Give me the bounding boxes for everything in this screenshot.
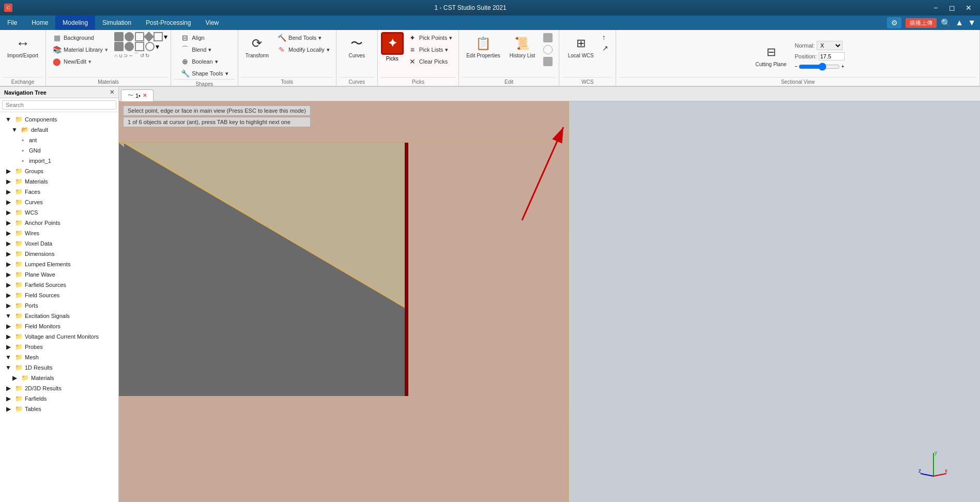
tree-item-gnd[interactable]: ▪ GNd bbox=[0, 145, 118, 156]
tree-item-voxel[interactable]: ▶ 📁 Voxel Data bbox=[0, 238, 118, 249]
tree-item-materials[interactable]: ▶ 📁 Materials bbox=[0, 176, 118, 187]
shape2-btn-4[interactable] bbox=[145, 42, 155, 51]
shape-btn-1[interactable] bbox=[114, 32, 124, 41]
shape3-btn-3[interactable]: ⊃ bbox=[124, 53, 128, 58]
shape2-more-btn[interactable]: ▾ bbox=[156, 42, 159, 51]
tree-item-voltage-monitors[interactable]: ▶ 📁 Voltage and Current Monitors bbox=[0, 331, 118, 342]
new-edit-button[interactable]: ⬤ New/Edit ▾ bbox=[49, 56, 111, 67]
slider-plus[interactable]: + bbox=[841, 64, 844, 69]
tree-item-curves[interactable]: ▶ 📁 Curves bbox=[0, 197, 118, 207]
tree-item-dimensions[interactable]: ▶ 📁 Dimensions bbox=[0, 249, 118, 259]
bend-tools-button[interactable]: 🔨 Bend Tools ▾ bbox=[274, 32, 333, 43]
tree-item-field-sources[interactable]: ▶ 📁 Field Sources bbox=[0, 290, 118, 300]
close-button[interactable]: ✕ bbox=[961, 3, 976, 13]
tab-close-icon[interactable]: ✕ bbox=[143, 93, 147, 98]
tree-item-mesh[interactable]: ▼ 📁 Mesh bbox=[0, 352, 118, 362]
position-slider[interactable] bbox=[799, 63, 840, 71]
search-icon[interactable]: 🔍 bbox=[941, 18, 951, 28]
canvas-3d[interactable]: Select point, edge or face in main view … bbox=[119, 101, 980, 502]
svg-rect-8 bbox=[405, 143, 408, 396]
tree-item-groups[interactable]: ▶ 📁 Groups bbox=[0, 166, 118, 176]
tree-item-materials-sub[interactable]: ▶ 📁 Materials bbox=[0, 373, 118, 383]
materials-content: ▦ Background 📚 Material Library ▾ ⬤ New/… bbox=[49, 32, 167, 77]
shape-more-btn[interactable]: ▾ bbox=[164, 33, 167, 41]
default-expand-icon: ▼ bbox=[10, 126, 19, 134]
shape-btn-3[interactable] bbox=[135, 32, 144, 41]
shape-tools-button[interactable]: 🔧 Shape Tools ▾ bbox=[177, 68, 231, 79]
restore-button[interactable]: ◻ bbox=[945, 3, 959, 13]
edit-extra-btn1[interactable] bbox=[540, 32, 556, 43]
local-wcs-button[interactable]: ⊞ Local WCS bbox=[564, 32, 598, 62]
minimize-button[interactable]: − bbox=[928, 3, 943, 13]
title-bar-controls[interactable]: − ◻ ✕ bbox=[928, 3, 976, 13]
shape2-btn-2[interactable] bbox=[125, 42, 134, 51]
up-icon[interactable]: ▲ bbox=[955, 18, 963, 27]
shape2-btn-3[interactable] bbox=[135, 42, 144, 51]
pick-lists-button[interactable]: ≡ Pick Lists ▾ bbox=[405, 44, 455, 55]
menu-file[interactable]: File bbox=[0, 16, 24, 30]
import-export-button[interactable]: ↔ Import/Export bbox=[3, 32, 42, 62]
blend-button[interactable]: ⌒ Blend ▾ bbox=[177, 44, 231, 55]
tree-item-excitation[interactable]: ▼ 📁 Excitation Signals bbox=[0, 311, 118, 321]
wcs-btn1[interactable]: ↑ bbox=[599, 32, 611, 42]
align-button[interactable]: ⊟ Align bbox=[177, 32, 231, 43]
tree-item-probes[interactable]: ▶ 📁 Probes bbox=[0, 342, 118, 352]
edit-icon-1 bbox=[543, 33, 553, 42]
wcs-btn2[interactable]: ↗ bbox=[599, 43, 611, 53]
edit-properties-button[interactable]: 📋 Edit Properties bbox=[462, 32, 504, 62]
tree-item-ant[interactable]: ▪ ant bbox=[0, 135, 118, 145]
shape3-btn-5[interactable]: ⌒ bbox=[134, 52, 139, 59]
shape2-btn-1[interactable] bbox=[114, 42, 124, 51]
tree-item-1d-results[interactable]: ▼ 📁 1D Results bbox=[0, 362, 118, 373]
tree-item-import1[interactable]: ▪ import_1 bbox=[0, 156, 118, 166]
down-icon[interactable]: ▼ bbox=[968, 18, 976, 27]
shape-btn-2[interactable] bbox=[125, 32, 134, 41]
boolean-button[interactable]: ⊕ Boolean ▾ bbox=[177, 56, 231, 67]
shape-btn-4[interactable] bbox=[144, 32, 154, 42]
tree-item-ports[interactable]: ▶ 📁 Ports bbox=[0, 300, 118, 311]
tree-item-2d3d-results[interactable]: ▶ 📁 2D/3D Results bbox=[0, 383, 118, 393]
edit-extra-btn3[interactable] bbox=[540, 56, 556, 67]
tree-item-wcs[interactable]: ▶ 📁 WCS bbox=[0, 207, 118, 218]
modify-locally-button[interactable]: ✎ Modify Locally ▾ bbox=[274, 44, 333, 55]
tree-item-farfields[interactable]: ▶ 📁 Farfields bbox=[0, 393, 118, 404]
shape3-btn-2[interactable]: ∪ bbox=[119, 53, 122, 58]
tree-item-lumped[interactable]: ▶ 📁 Lumped Elements bbox=[0, 259, 118, 269]
tree-item-anchor-points[interactable]: ▶ 📁 Anchor Points bbox=[0, 218, 118, 228]
tree-item-default[interactable]: ▼ 📂 default bbox=[0, 125, 118, 135]
picks-large-button[interactable]: ✦ bbox=[381, 32, 404, 55]
menu-simulation[interactable]: Simulation bbox=[95, 16, 139, 30]
pick-points-button[interactable]: ✦ Pick Points ▾ bbox=[405, 32, 455, 43]
position-input[interactable] bbox=[819, 52, 845, 60]
upload-button[interactable]: 插播上傳 bbox=[906, 18, 937, 28]
tree-item-farfield-sources[interactable]: ▶ 📁 Farfield Sources bbox=[0, 280, 118, 290]
shape3-btn-6[interactable]: ↺ bbox=[140, 53, 144, 58]
tree-item-tables[interactable]: ▶ 📁 Tables bbox=[0, 404, 118, 414]
menu-post-processing[interactable]: Post-Processing bbox=[139, 16, 198, 30]
shape3-btn-4[interactable]: ∼ bbox=[129, 53, 133, 58]
search-input[interactable] bbox=[2, 100, 116, 110]
shape3-btn-7[interactable]: ↻ bbox=[145, 53, 149, 58]
tree-item-wires[interactable]: ▶ 📁 Wires bbox=[0, 228, 118, 238]
edit-extra-btn2[interactable] bbox=[540, 44, 556, 55]
tree-item-faces[interactable]: ▶ 📁 Faces bbox=[0, 187, 118, 197]
shape-btn-5[interactable] bbox=[154, 32, 163, 41]
nav-tree-close[interactable]: ✕ bbox=[110, 89, 114, 96]
transform-button[interactable]: ⟳ Transform bbox=[241, 32, 273, 62]
history-list-button[interactable]: 📜 History List bbox=[506, 32, 539, 62]
tree-item-plane-wave[interactable]: ▶ 📁 Plane Wave bbox=[0, 269, 118, 280]
shape3-btn-1[interactable]: ∩ bbox=[114, 53, 118, 58]
slider-minus[interactable]: − bbox=[795, 64, 798, 69]
material-library-button[interactable]: 📚 Material Library ▾ bbox=[49, 44, 111, 55]
menu-view[interactable]: View bbox=[198, 16, 226, 30]
menu-modeling[interactable]: Modeling bbox=[55, 16, 95, 30]
cutting-plane-button[interactable]: ⊟ Cutting Plane bbox=[751, 41, 790, 70]
normal-select[interactable]: XYZ bbox=[817, 41, 843, 50]
tree-item-field-monitors[interactable]: ▶ 📁 Field Monitors bbox=[0, 321, 118, 331]
tree-item-components[interactable]: ▼ 📁 Components bbox=[0, 114, 118, 125]
clear-picks-button[interactable]: ✕ Clear Picks bbox=[405, 56, 455, 67]
background-button[interactable]: ▦ Background bbox=[49, 32, 111, 43]
curves-button[interactable]: 〜 Curves bbox=[344, 32, 369, 62]
menu-home[interactable]: Home bbox=[24, 16, 55, 30]
tab-3d[interactable]: 〜 1• ✕ bbox=[121, 89, 154, 101]
